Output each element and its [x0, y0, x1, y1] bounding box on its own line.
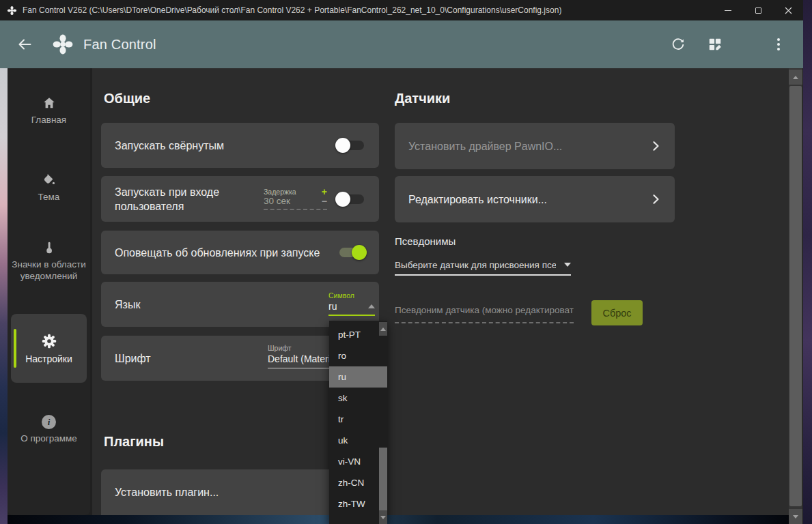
gear-icon — [40, 332, 58, 350]
sidebar-item-label: О программе — [8, 433, 90, 444]
layout-edit-icon — [708, 37, 723, 52]
refresh-icon — [671, 37, 686, 52]
sidebar-item-label: Тема — [8, 191, 90, 203]
titlebar: Fan Control V262 (C:\Users\DTore\OneDriv… — [0, 0, 803, 20]
sidebar-item-theme[interactable]: Тема — [8, 173, 90, 203]
language-option[interactable]: pt-PT — [329, 324, 379, 345]
notify-updates-toggle[interactable] — [335, 244, 367, 261]
toggle-knob — [352, 245, 367, 260]
screen: { "titlebar": { "title": "Fan Control V2… — [0, 0, 812, 524]
button-label: Установить драйвер PawnIO... — [408, 139, 562, 154]
maximize-icon — [755, 8, 761, 14]
scroll-down-button[interactable] — [379, 510, 387, 524]
selected-accent-bar — [14, 329, 16, 368]
login-delay-stepper[interactable]: Задержка + 30 сек − — [264, 188, 327, 210]
language-option[interactable]: ro — [329, 345, 379, 366]
setting-label: Оповещать об обновлениях при запуске — [115, 246, 320, 260]
scroll-up-button[interactable] — [789, 70, 802, 85]
sensor-alias-select[interactable]: Выберите датчик для присвоения псевдс — [395, 255, 571, 276]
aliases-heading: Псевдонимы — [395, 235, 456, 247]
arrow-up-icon — [793, 76, 798, 79]
dropdown-scrollbar[interactable] — [379, 321, 387, 524]
sidebar-item-settings[interactable]: Настройки — [11, 314, 87, 383]
sidebar-item-about[interactable]: i О программе — [8, 415, 90, 444]
delay-label: Задержка — [264, 188, 296, 196]
section-heading-plugins: Плагины — [104, 434, 164, 450]
app-window: Fan Control V262 (C:\Users\DTore\OneDriv… — [0, 0, 803, 524]
arrow-down-icon — [380, 516, 386, 519]
app-body: Главная Тема Значки в — [0, 68, 803, 524]
start-on-login-toggle[interactable] — [335, 191, 367, 207]
setting-start-minimized[interactable]: Запускать свёрнутым — [101, 123, 379, 168]
chevron-up-icon — [368, 304, 375, 308]
scroll-up-button[interactable] — [379, 322, 387, 336]
delay-value[interactable]: 30 сек — [264, 196, 290, 206]
sidebar-item-label: Значки в области уведомлений — [12, 259, 86, 282]
language-option[interactable]: tr — [329, 409, 379, 430]
setting-notify-updates[interactable]: Оповещать об обновлениях при запуске — [101, 231, 379, 274]
language-option[interactable]: zh-TW — [329, 493, 379, 514]
reset-button[interactable]: Сброс — [591, 300, 643, 325]
language-option[interactable]: sk — [329, 388, 379, 409]
setting-label: Запускать свёрнутым — [115, 139, 224, 153]
delay-increase-button[interactable]: + — [322, 188, 327, 196]
button-label: Редактировать источники... — [408, 192, 547, 207]
section-heading-general: Общие — [104, 91, 150, 106]
layout-edit-button[interactable] — [706, 35, 724, 53]
language-option-list: pt-PT ro ru sk tr uk vi-VN zh-CN zh-TW — [329, 324, 379, 514]
language-option[interactable]: uk — [329, 430, 379, 451]
scroll-down-button[interactable] — [789, 509, 802, 524]
thermometer-icon — [42, 240, 57, 255]
back-button[interactable] — [16, 35, 34, 53]
overflow-menu-button[interactable] — [774, 35, 783, 53]
sensor-alias-input[interactable]: Псевдоним датчика (можно редактировать) — [395, 297, 574, 323]
language-select[interactable]: Символ ru — [328, 291, 375, 316]
minimize-button[interactable] — [713, 0, 743, 20]
section-heading-sensors: Датчики — [395, 91, 450, 106]
back-arrow-icon — [16, 36, 33, 53]
setting-label: Запускать при входе пользователя — [115, 185, 264, 214]
sidebar-item-home[interactable]: Главная — [8, 96, 90, 126]
home-icon — [42, 96, 57, 111]
toggle-knob — [335, 138, 350, 153]
font-value: Default (Materia — [268, 353, 336, 364]
arrow-up-icon — [380, 328, 386, 331]
chevron-right-icon — [649, 192, 662, 206]
start-minimized-toggle[interactable] — [335, 137, 367, 154]
toggle-knob — [335, 192, 350, 207]
maximize-button[interactable] — [743, 0, 773, 20]
background-image-bottom-strip — [8, 515, 789, 524]
edit-sources-button[interactable]: Редактировать источники... — [395, 176, 675, 222]
window-title: Fan Control V262 (C:\Users\DTore\OneDriv… — [23, 5, 561, 15]
setting-label: Шрифт — [115, 351, 151, 366]
arrow-down-icon — [793, 515, 798, 519]
sidebar-item-label: Главная — [8, 114, 90, 126]
scrollbar-thumb[interactable] — [789, 86, 802, 506]
select-placeholder: Выберите датчик для присвоения псевдс — [395, 260, 556, 270]
install-driver-button[interactable]: Установить драйвер PawnIO... — [395, 123, 675, 169]
info-icon: i — [42, 415, 56, 429]
chevron-right-icon — [649, 139, 662, 153]
close-button[interactable] — [773, 0, 803, 20]
sidebar-item-label: Настройки — [25, 353, 72, 364]
language-option[interactable]: vi-VN — [329, 451, 379, 472]
close-icon — [785, 7, 792, 14]
refresh-button[interactable] — [669, 35, 687, 53]
background-image-left-strip — [0, 68, 8, 524]
main-scrollbar[interactable] — [789, 68, 802, 524]
fan-logo-icon — [52, 33, 74, 55]
sidebar-item-tray-icons[interactable]: Значки в области уведомлений — [8, 240, 90, 282]
desktop-wallpaper-strip — [803, 0, 812, 524]
setting-label: Язык — [115, 297, 140, 312]
delay-decrease-button[interactable]: − — [322, 197, 327, 205]
language-dropdown: pt-PT ro ru sk tr uk vi-VN zh-CN zh-TW — [329, 321, 387, 524]
app-header: Fan Control — [0, 20, 803, 68]
settings-panel: Общие Запускать свёрнутым Запускать при … — [92, 68, 789, 515]
sidebar: Главная Тема Значки в — [8, 68, 90, 515]
scrollbar-thumb[interactable] — [379, 448, 387, 510]
paint-bucket-icon — [42, 173, 57, 188]
input-placeholder: Псевдоним датчика (можно редактировать) — [395, 305, 574, 315]
field-label: Символ — [328, 291, 375, 300]
setting-start-on-login[interactable]: Запускать при входе пользователя Задержк… — [101, 176, 379, 222]
language-option[interactable]: zh-CN — [329, 472, 379, 493]
